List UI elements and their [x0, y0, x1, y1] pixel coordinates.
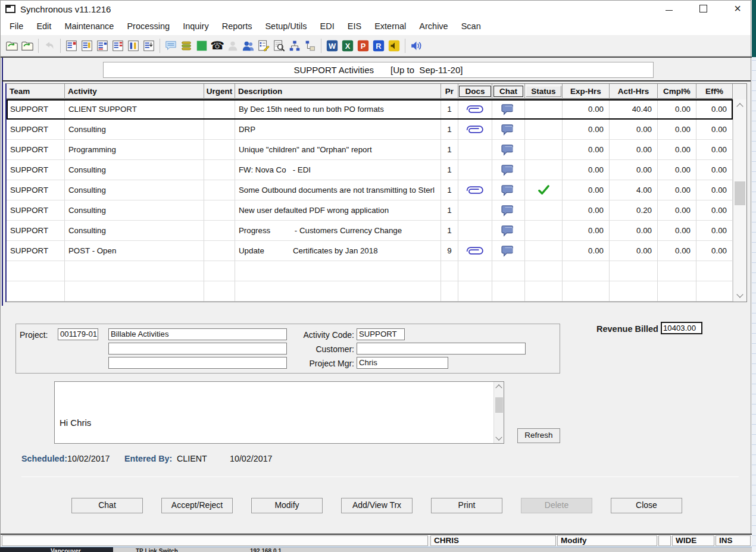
undo-icon[interactable]: [42, 38, 57, 54]
search-list-icon[interactable]: [271, 38, 287, 54]
message-scrollbar[interactable]: [493, 382, 504, 443]
project-code-field[interactable]: 001179-01: [58, 328, 98, 340]
column-header-activity[interactable]: Activity: [65, 84, 204, 99]
close-button[interactable]: Close: [611, 498, 682, 513]
chat-bubble-icon[interactable]: [501, 123, 516, 136]
phone-icon[interactable]: ☎: [210, 38, 225, 54]
column-header-team[interactable]: Team: [7, 84, 65, 99]
project-line3-field[interactable]: [108, 357, 287, 369]
scroll-down-icon[interactable]: [736, 291, 743, 297]
column-header-cmpl[interactable]: Cmpl%: [658, 84, 696, 99]
columns-icon[interactable]: [126, 38, 141, 54]
open-output-icon[interactable]: [4, 38, 20, 54]
r-icon[interactable]: R: [371, 38, 386, 54]
scroll-down-icon[interactable]: [495, 434, 502, 440]
column-header-docs[interactable]: Docs: [458, 84, 492, 99]
print-button[interactable]: Print: [431, 498, 502, 513]
chat-bubble-icon[interactable]: [501, 164, 516, 177]
modify-button[interactable]: Modify: [251, 498, 323, 513]
form-view-icon[interactable]: [64, 38, 79, 54]
project-name-field[interactable]: Billable Activities: [108, 328, 287, 340]
chat-button[interactable]: Chat: [71, 498, 143, 513]
org-chart-icon[interactable]: [287, 38, 302, 54]
table-row[interactable]: [7, 261, 733, 281]
task-edit-icon[interactable]: [256, 38, 271, 54]
scroll-up-icon[interactable]: [736, 103, 743, 109]
column-header-description[interactable]: Description: [235, 84, 441, 99]
accept-reject-button[interactable]: Accept/Reject: [161, 498, 233, 513]
sorted-list-icon[interactable]: [95, 38, 110, 54]
chat-bubble-icon[interactable]: [501, 204, 516, 217]
column-header-status[interactable]: Status: [525, 84, 563, 99]
org-chart-alt-icon[interactable]: [302, 38, 318, 54]
users-icon[interactable]: [240, 38, 256, 54]
menu-item-file[interactable]: File: [3, 21, 30, 31]
excel-icon[interactable]: X: [340, 38, 355, 54]
table-row[interactable]: SUPPORTConsultingProgress - Customers Cu…: [7, 221, 733, 241]
table-row[interactable]: SUPPORTConsultingFW: Nova Co - EDI10.000…: [7, 160, 733, 180]
chat-bubble-icon[interactable]: [501, 103, 516, 116]
add-view-trx-button[interactable]: Add/View Trx: [341, 498, 413, 513]
menu-item-inquiry[interactable]: Inquiry: [176, 21, 215, 31]
menu-item-edit[interactable]: Edit: [30, 21, 58, 31]
column-header-pr[interactable]: Pr: [441, 84, 458, 99]
docs-paperclip-icon[interactable]: [464, 246, 486, 256]
scroll-up-icon[interactable]: [495, 384, 502, 391]
refresh-button[interactable]: Refresh: [517, 428, 560, 443]
project-mgr-field[interactable]: Chris: [357, 357, 448, 369]
chat-bubble-icon[interactable]: [501, 184, 516, 197]
table-row[interactable]: SUPPORTConsultingDRP10.000.000.000.00: [7, 120, 733, 140]
docs-paperclip-icon[interactable]: [464, 186, 486, 195]
chat-bubble-icon[interactable]: [501, 224, 516, 237]
table-row[interactable]: [7, 281, 733, 302]
close-button[interactable]: ×: [727, 2, 748, 15]
chat-bubble-icon[interactable]: [501, 244, 516, 258]
menu-item-processing[interactable]: Processing: [120, 21, 176, 31]
menu-item-archive[interactable]: Archive: [413, 21, 454, 31]
word-icon[interactable]: W: [324, 38, 340, 54]
status-check-icon[interactable]: [537, 183, 551, 197]
customer-field[interactable]: [357, 343, 526, 355]
column-view-icon[interactable]: [79, 38, 95, 54]
open-report-icon[interactable]: [20, 38, 35, 54]
chat-bubble-icon[interactable]: [501, 143, 516, 156]
menu-item-scan[interactable]: Scan: [455, 21, 488, 31]
menu-item-edi[interactable]: EDI: [314, 21, 341, 31]
column-header-eff[interactable]: Eff%: [696, 84, 733, 99]
queue-bars-icon[interactable]: [179, 38, 194, 54]
status-green-icon[interactable]: [194, 38, 210, 54]
menu-item-eis[interactable]: EIS: [341, 21, 368, 31]
user-icon[interactable]: [225, 38, 240, 54]
menu-item-maintenance[interactable]: Maintenance: [58, 21, 120, 31]
table-row[interactable]: SUPPORTConsultingNew user defaulted PDF …: [7, 200, 733, 221]
scrollbar-thumb[interactable]: [735, 181, 745, 205]
column-header-urgent[interactable]: Urgent: [204, 84, 235, 99]
comment-bubble-icon[interactable]: [163, 38, 179, 54]
table-row[interactable]: SUPPORTPOST - OpenUpdate Certificates by…: [7, 241, 733, 261]
minimize-button[interactable]: [659, 2, 679, 15]
project-line2-field[interactable]: [108, 343, 287, 355]
column-header-exp-hrs[interactable]: Exp-Hrs: [563, 84, 610, 99]
menu-item-setup-utils[interactable]: Setup/Utils: [258, 21, 313, 31]
filter-list-icon[interactable]: [110, 38, 126, 54]
table-row[interactable]: SUPPORTConsultingSome Outbound documents…: [7, 180, 733, 200]
revenue-billed-field[interactable]: 10403.00: [661, 322, 702, 334]
message-text: Hi Chris We have received notification f…: [60, 384, 491, 444]
docs-paperclip-icon[interactable]: [464, 125, 486, 134]
message-box[interactable]: Hi Chris We have received notification f…: [54, 381, 504, 444]
grid-scrollbar[interactable]: [733, 99, 746, 302]
table-row[interactable]: SUPPORTCLIENT SUPPORTBy Dec 15th need to…: [7, 99, 733, 120]
speaker-icon[interactable]: [408, 38, 424, 54]
activity-code-field[interactable]: SUPPORT: [357, 328, 405, 340]
menu-item-external[interactable]: External: [368, 21, 413, 31]
column-header-actl-hrs[interactable]: Actl-Hrs: [610, 84, 658, 99]
scrollbar-thumb[interactable]: [495, 397, 503, 413]
menu-item-reports[interactable]: Reports: [215, 21, 259, 31]
maximize-button[interactable]: [693, 2, 713, 15]
powerpoint-icon[interactable]: P: [355, 38, 371, 54]
audio-box-icon[interactable]: [386, 38, 402, 54]
table-row[interactable]: SUPPORTProgrammingUnique "children" and …: [7, 140, 733, 160]
column-header-chat[interactable]: Chat: [492, 84, 525, 99]
detail-list-icon[interactable]: [141, 38, 157, 54]
docs-paperclip-icon[interactable]: [464, 105, 486, 114]
